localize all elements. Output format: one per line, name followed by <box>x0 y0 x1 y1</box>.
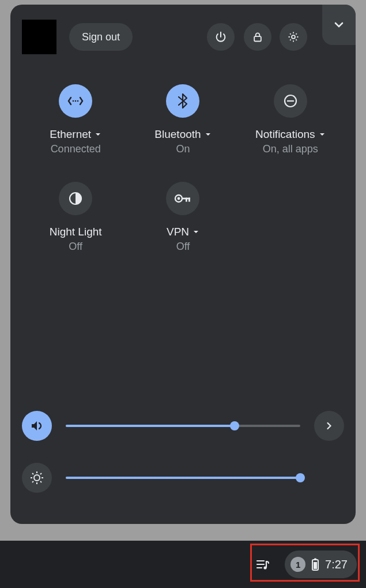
sign-out-button[interactable]: Sign out <box>69 23 133 51</box>
volume-slider[interactable] <box>66 425 300 427</box>
volume-icon[interactable] <box>22 411 52 441</box>
media-controls-button[interactable] <box>249 550 277 578</box>
tile-notifications[interactable]: Notifications On, all apps <box>237 84 344 155</box>
svg-point-9 <box>178 197 180 200</box>
svg-point-1 <box>292 35 295 39</box>
svg-point-3 <box>75 100 77 102</box>
caret-down-icon <box>319 131 326 138</box>
collapse-button[interactable] <box>322 5 356 45</box>
tile-bluetooth[interactable]: Bluetooth On <box>129 84 236 155</box>
svg-rect-19 <box>314 559 316 560</box>
sliders-area <box>22 391 344 495</box>
ethernet-icon <box>59 84 92 118</box>
tile-ethernet[interactable]: Ethernet Connected <box>22 84 129 155</box>
tile-label: Night Light <box>50 226 102 238</box>
audio-settings-button[interactable] <box>314 411 344 441</box>
svg-point-2 <box>73 100 74 102</box>
svg-rect-11 <box>186 198 187 202</box>
clock: 7:27 <box>325 558 348 571</box>
volume-row <box>22 409 344 443</box>
svg-rect-20 <box>314 562 317 569</box>
tile-status: On, all apps <box>263 143 318 155</box>
power-icon[interactable] <box>207 23 235 51</box>
brightness-slider[interactable] <box>66 477 300 479</box>
svg-point-13 <box>34 475 40 481</box>
tile-vpn[interactable]: VPN Off <box>129 182 236 253</box>
svg-point-4 <box>77 100 79 102</box>
notification-count-badge: 1 <box>290 557 305 572</box>
night-light-icon <box>59 182 92 215</box>
tile-night-light[interactable]: Night Light Off <box>22 182 129 253</box>
panel-header: Sign out <box>22 18 344 55</box>
caret-down-icon <box>193 229 199 235</box>
tile-status: On <box>176 143 190 155</box>
lock-icon[interactable] <box>244 23 271 51</box>
tile-label: VPN <box>167 226 199 238</box>
vpn-icon <box>166 182 199 215</box>
tile-label: Bluetooth <box>154 128 211 141</box>
brightness-row <box>22 460 344 495</box>
chevron-right-icon <box>323 420 335 432</box>
svg-rect-12 <box>188 198 190 202</box>
brightness-icon[interactable] <box>22 463 52 493</box>
gear-icon[interactable] <box>280 23 307 51</box>
tile-label: Ethernet <box>50 128 101 141</box>
bluetooth-icon <box>166 84 199 118</box>
avatar[interactable] <box>22 20 56 54</box>
status-area[interactable]: 1 7:27 <box>285 550 357 578</box>
taskbar: 1 7:27 <box>0 541 366 588</box>
chevron-down-icon <box>332 18 346 32</box>
tile-status: Connected <box>51 143 101 155</box>
svg-rect-0 <box>254 36 261 41</box>
quick-settings-grid: Ethernet Connected Bluetooth On Notifica… <box>22 84 344 253</box>
battery-icon <box>311 558 319 571</box>
caret-down-icon <box>95 131 101 138</box>
notifications-icon <box>274 84 307 118</box>
caret-down-icon <box>205 131 212 138</box>
tile-status: Off <box>176 241 190 253</box>
tile-status: Off <box>69 241 82 253</box>
quick-settings-panel: Sign out Ethernet Connected <box>10 5 356 524</box>
tile-label: Notifications <box>255 128 326 141</box>
svg-point-17 <box>263 566 266 569</box>
